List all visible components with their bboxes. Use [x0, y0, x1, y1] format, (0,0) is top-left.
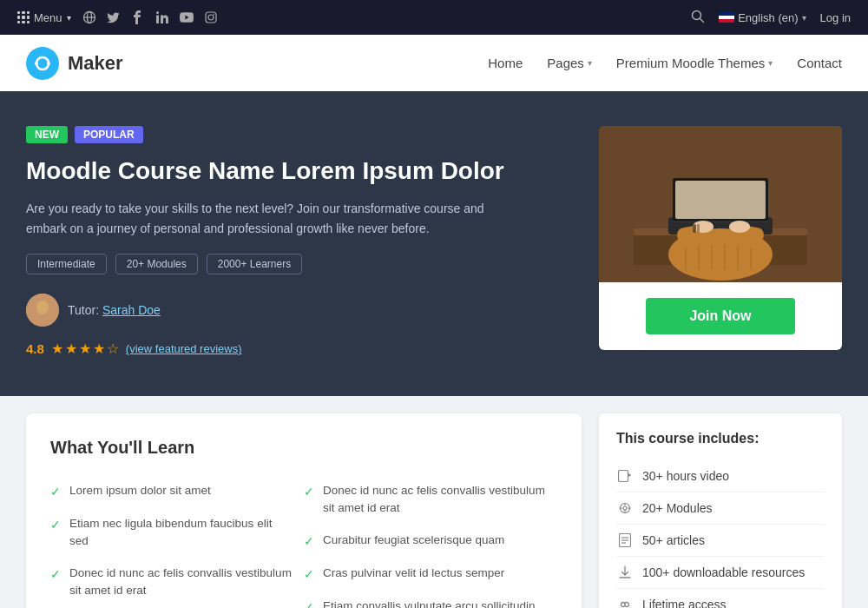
learn-box: What You'll Learn ✓ Lorem ipsum dolor si… [26, 413, 582, 608]
themes-chevron: ▾ [768, 58, 773, 68]
twitter-icon[interactable] [106, 10, 122, 25]
learn-grid: ✓ Lorem ipsum dolor sit amet ✓ Etiam nec… [50, 475, 557, 608]
list-item: ✓ Cras pulvinar velit id lectus semper [304, 558, 557, 591]
hero-tags: Intermediate 20+ Modules 2000+ Learners [26, 254, 547, 274]
badge-popular: POPULAR [75, 126, 143, 143]
login-button[interactable]: Log in [820, 11, 851, 24]
svg-rect-29 [697, 224, 700, 233]
top-bar-left: Menu ▾ [17, 10, 219, 25]
rating-number: 4.8 [26, 341, 44, 356]
hero-title: Moodle Course Name Lorem Ipsum Dolor [26, 155, 547, 187]
linkedin-icon[interactable] [155, 10, 170, 25]
includes-resources: 100+ downloadable resources [616, 557, 825, 589]
nav-contact[interactable]: Contact [797, 56, 842, 70]
course-image [599, 126, 842, 282]
svg-point-6 [208, 15, 214, 20]
nav-premium-themes[interactable]: Premium Moodle Themes ▾ [616, 56, 773, 70]
tag-modules: 20+ Modules [115, 254, 198, 274]
list-item: ✓ Etiam nec ligula bibendum faucibus eli… [50, 508, 304, 558]
logo-text: Maker [68, 52, 123, 75]
svg-rect-21 [675, 181, 766, 219]
list-item: ✓ Donec id nunc ac felis convallis vesti… [304, 475, 557, 525]
svg-point-10 [35, 62, 38, 65]
nav-home[interactable]: Home [488, 56, 523, 70]
menu-button[interactable]: Menu ▾ [17, 11, 71, 24]
star-3: ★ [79, 340, 91, 357]
hero-section: NEW POPULAR Moodle Course Name Lorem Ips… [0, 91, 868, 396]
svg-point-38 [623, 506, 627, 510]
star-1: ★ [51, 340, 63, 357]
globe-social-icon[interactable] [82, 10, 97, 25]
main-content: What You'll Learn ✓ Lorem ipsum dolor si… [0, 396, 868, 608]
tutor-avatar [26, 294, 59, 327]
grid-icon [17, 11, 30, 23]
svg-point-4 [156, 11, 159, 14]
hero-description: Are you ready to take your skills to the… [26, 199, 495, 238]
check-icon: ✓ [304, 598, 314, 608]
instagram-icon[interactable] [203, 10, 219, 25]
check-icon: ✓ [50, 516, 61, 534]
infinity-icon [616, 596, 634, 608]
download-icon [616, 564, 634, 581]
tag-intermediate: Intermediate [26, 254, 107, 274]
menu-label: Menu [34, 11, 62, 24]
course-includes-title: This course includes: [616, 431, 825, 446]
includes-video: 30+ hours video [616, 460, 825, 492]
course-includes-sidebar: This course includes: 30+ hours video 20… [599, 413, 842, 608]
svg-rect-36 [619, 471, 628, 482]
course-includes-box: This course includes: 30+ hours video 20… [599, 413, 842, 608]
language-selector[interactable]: English (en) ▾ [719, 11, 806, 24]
youtube-icon[interactable] [179, 10, 194, 25]
join-now-button[interactable]: Join Now [646, 298, 794, 334]
star-4: ★ [93, 340, 105, 357]
hero-right: Join Now [599, 126, 842, 350]
tutor-name-link[interactable]: Sarah Doe [102, 303, 161, 317]
learn-section: What You'll Learn ✓ Lorem ipsum dolor si… [26, 413, 582, 608]
tutor-label: Tutor: Sarah Doe [68, 303, 161, 317]
top-bar-right: English (en) ▾ Log in [691, 10, 851, 26]
list-item: ✓ Curabitur feugiat scelerisque quam [304, 525, 557, 558]
articles-icon [616, 532, 634, 549]
includes-modules: 20+ Modules [616, 492, 825, 525]
svg-rect-28 [693, 224, 696, 233]
list-item: ✓ Lorem ipsum dolor sit amet [50, 475, 304, 508]
svg-line-9 [700, 18, 704, 22]
rating-row: 4.8 ★ ★ ★ ★ ☆ (view featured reviews) [26, 340, 547, 357]
svg-point-27 [729, 221, 750, 233]
pages-chevron: ▾ [588, 58, 592, 68]
svg-point-11 [47, 62, 50, 65]
facebook-icon[interactable] [130, 10, 146, 25]
main-nav: Home Pages ▾ Premium Moodle Themes ▾ Con… [488, 56, 842, 70]
language-label: English (en) [738, 11, 798, 24]
tag-learners: 2000+ Learners [207, 254, 302, 274]
flag-icon [719, 12, 734, 23]
check-icon: ✓ [50, 565, 61, 584]
badge-new: NEW [26, 126, 68, 143]
learn-col-left: ✓ Lorem ipsum dolor sit amet ✓ Etiam nec… [50, 475, 304, 608]
logo[interactable]: Maker [26, 47, 123, 80]
header: Maker Home Pages ▾ Premium Moodle Themes… [0, 35, 868, 91]
svg-point-7 [213, 14, 214, 15]
star-rating: ★ ★ ★ ★ ☆ [51, 340, 119, 357]
svg-point-13 [36, 301, 49, 314]
search-icon[interactable] [691, 10, 705, 26]
social-icons [82, 10, 219, 25]
top-bar: Menu ▾ [0, 0, 868, 35]
check-icon: ✓ [304, 483, 314, 501]
video-icon [616, 467, 634, 485]
join-box: Join Now [599, 282, 842, 350]
hero-left: NEW POPULAR Moodle Course Name Lorem Ips… [26, 126, 547, 357]
list-item: ✓ Etiam convallis vulputate arcu sollici… [304, 591, 557, 608]
logo-icon [26, 47, 59, 80]
check-icon: ✓ [304, 565, 314, 584]
tutor-row: Tutor: Sarah Doe [26, 294, 547, 327]
reviews-link[interactable]: (view featured reviews) [126, 342, 242, 355]
star-2: ★ [65, 340, 77, 357]
learn-title: What You'll Learn [50, 438, 557, 458]
nav-pages[interactable]: Pages ▾ [547, 56, 592, 70]
list-item: ✓ Donec id nunc ac felis convallis vesti… [50, 558, 304, 607]
learn-col-right: ✓ Donec id nunc ac felis convallis vesti… [304, 475, 557, 608]
modules-icon [616, 499, 634, 517]
star-5-half: ☆ [107, 340, 119, 357]
includes-lifetime: Lifetime access [616, 589, 825, 608]
